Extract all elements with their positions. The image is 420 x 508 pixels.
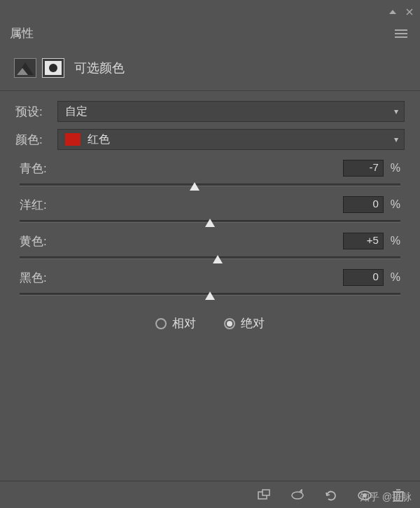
- black-value-input[interactable]: 0: [343, 269, 384, 286]
- black-label: 黑色:: [20, 270, 343, 286]
- absolute-radio[interactable]: [224, 318, 235, 329]
- black-slider-track[interactable]: [20, 293, 400, 296]
- relative-radio[interactable]: [155, 318, 167, 329]
- reset-icon[interactable]: [323, 488, 339, 502]
- mask-thumb-icon[interactable]: [42, 58, 64, 78]
- color-row: 颜色: 红色 ▾: [15, 129, 405, 150]
- adjustment-thumb-icon[interactable]: [14, 58, 36, 78]
- adjustment-header: 可选颜色: [0, 46, 420, 86]
- magenta-label: 洋红:: [20, 197, 343, 213]
- method-radio-group: 相对 绝对: [15, 315, 405, 331]
- color-swatch: [65, 133, 80, 146]
- divider: [0, 90, 420, 91]
- panel-tab-row: 属性: [0, 21, 420, 46]
- form-area: 预设: 自定 ▾ 颜色: 红色 ▾ 青色: -7 % 洋红:: [0, 95, 420, 331]
- yellow-label: 黄色:: [20, 233, 343, 249]
- panel-footer: [0, 481, 420, 508]
- color-dropdown[interactable]: 红色 ▾: [57, 129, 405, 150]
- preset-dropdown[interactable]: 自定 ▾: [57, 101, 405, 122]
- view-previous-icon[interactable]: [290, 488, 305, 502]
- adjustment-name: 可选颜色: [74, 60, 125, 76]
- cyan-slider-thumb[interactable]: [190, 182, 200, 191]
- unit-label: %: [391, 162, 400, 174]
- magenta-slider-thumb[interactable]: [205, 219, 215, 227]
- yellow-value-input[interactable]: +5: [343, 233, 384, 249]
- cyan-label: 青色:: [20, 160, 343, 177]
- close-icon[interactable]: [406, 8, 413, 15]
- cyan-slider-row: 青色: -7 %: [15, 160, 405, 186]
- preset-label: 预设:: [15, 104, 57, 120]
- clip-to-layer-icon[interactable]: [256, 488, 272, 502]
- relative-radio-option[interactable]: 相对: [155, 315, 196, 331]
- magenta-slider-track[interactable]: [20, 220, 400, 223]
- magenta-value-input[interactable]: 0: [343, 196, 384, 213]
- cyan-value-input[interactable]: -7: [343, 160, 384, 177]
- svg-point-6: [49, 64, 57, 72]
- watermark-text: 知乎 @摄脉: [360, 491, 412, 504]
- unit-label: %: [391, 235, 400, 247]
- black-slider-row: 黑色: 0 %: [15, 269, 405, 296]
- absolute-radio-option[interactable]: 绝对: [224, 315, 265, 331]
- magenta-slider-row: 洋红: 0 %: [15, 196, 405, 223]
- color-label: 颜色:: [15, 132, 57, 148]
- window-titlebar: [0, 0, 420, 21]
- color-value: 红色: [88, 132, 110, 147]
- svg-point-9: [292, 492, 303, 499]
- chevron-down-icon: ▾: [394, 107, 398, 116]
- preset-value: 自定: [65, 104, 88, 119]
- yellow-slider-track[interactable]: [20, 256, 400, 259]
- black-slider-thumb[interactable]: [205, 291, 215, 300]
- svg-marker-0: [389, 10, 396, 14]
- relative-label: 相对: [172, 315, 196, 331]
- panel-menu-icon[interactable]: [392, 27, 410, 41]
- preset-row: 预设: 自定 ▾: [15, 101, 405, 122]
- panel-title[interactable]: 属性: [10, 25, 34, 41]
- properties-panel: 属性 可选颜色 预设: 自定 ▾ 颜色: 红色 ▾: [0, 0, 420, 508]
- unit-label: %: [391, 271, 400, 284]
- absolute-label: 绝对: [241, 315, 265, 331]
- svg-rect-8: [262, 490, 270, 495]
- unit-label: %: [391, 198, 400, 211]
- yellow-slider-thumb[interactable]: [213, 255, 223, 263]
- cyan-slider-track[interactable]: [20, 184, 400, 186]
- collapse-icon[interactable]: [389, 8, 396, 15]
- yellow-slider-row: 黄色: +5 %: [15, 233, 405, 259]
- chevron-down-icon: ▾: [394, 135, 398, 144]
